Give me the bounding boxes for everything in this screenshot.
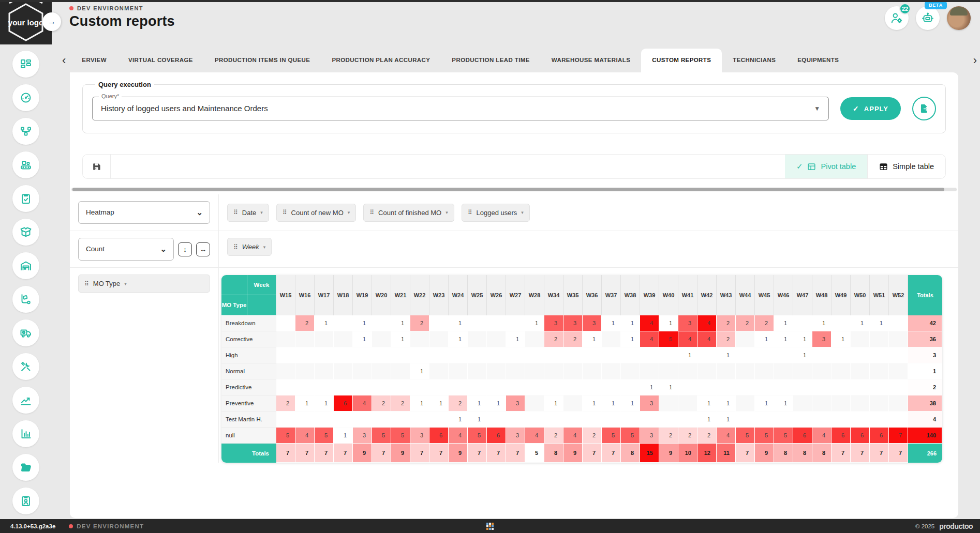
- header: your logo → DEV ENVIRONMENT Custom repor…: [0, 2, 980, 43]
- sidebar-item-bar-chart[interactable]: [12, 420, 39, 447]
- apply-button[interactable]: ✓ APPLY: [840, 97, 901, 120]
- sidebar-item-package[interactable]: [12, 219, 39, 246]
- measure-chip-count-of-finished-mo[interactable]: ⠿Count of finished MO▾: [363, 204, 454, 222]
- sidebar-item-delivery-truck[interactable]: [12, 319, 39, 346]
- tabs-scroll-left-icon[interactable]: ‹: [62, 55, 71, 72]
- heatmap-cell: 1: [544, 395, 563, 412]
- sidebar-item-personnel[interactable]: [12, 488, 39, 514]
- tab-production-plan-accuracy[interactable]: PRODUCTION PLAN ACCURACY: [321, 49, 441, 72]
- heatmap-cell: [353, 379, 372, 395]
- heatmap-cell: 1: [621, 315, 640, 331]
- heatmap-cell: 4: [678, 331, 697, 347]
- sidebar-expand-button[interactable]: →: [42, 12, 61, 31]
- column-header-w27: W27: [506, 275, 525, 315]
- export-button[interactable]: [912, 97, 936, 120]
- row-dimension-chip[interactable]: ⠿ MO Type ▾: [78, 275, 210, 293]
- heatmap-cell: 1: [793, 347, 812, 363]
- scrollbar-thumb[interactable]: [72, 188, 944, 191]
- heatmap-cell: 4: [640, 315, 659, 331]
- column-header-w19: W19: [353, 275, 372, 315]
- col-dimension-label: Week: [247, 275, 276, 295]
- heatmap-cell: [755, 363, 774, 379]
- heatmap-cell: [659, 412, 678, 428]
- simple-table-toggle[interactable]: Simple table: [867, 155, 945, 178]
- heatmap-cell: 1: [697, 395, 717, 412]
- heatmap-cell: 1: [468, 412, 487, 428]
- heatmap-cell: 6: [851, 428, 870, 444]
- heatmap-cell: 1: [429, 395, 449, 412]
- heatmap-cell: [755, 379, 774, 395]
- heatmap-cell: [506, 315, 525, 331]
- heatmap-cell: [468, 331, 487, 347]
- sidebar-item-tools[interactable]: [12, 353, 39, 380]
- row-total: 3: [908, 347, 942, 363]
- heatmap-cell: 1: [774, 331, 793, 347]
- tab-virtual-coverage[interactable]: VIRTUAL COVERAGE: [117, 49, 204, 72]
- custom-reports-panel: Query execution Query* History of logged…: [70, 72, 958, 518]
- measure-chip-count-of-new-mo[interactable]: ⠿Count of new MO▾: [276, 204, 356, 222]
- heatmap-cell: [851, 347, 870, 363]
- chart-type-select[interactable]: Heatmap ⌄: [78, 201, 210, 224]
- heatmap-cell: 1: [410, 363, 429, 379]
- sidebar-item-folder[interactable]: [12, 454, 39, 481]
- save-button[interactable]: [83, 155, 111, 178]
- sidebar-item-clipboard-check[interactable]: [12, 185, 39, 212]
- sidebar-item-dashboard[interactable]: [12, 51, 39, 78]
- sidebar-item-production-line[interactable]: [12, 151, 39, 178]
- tab-production-lead-time[interactable]: PRODUCTION LEAD TIME: [441, 49, 540, 72]
- heatmap-cell: 2: [678, 428, 697, 444]
- user-settings-button[interactable]: 22: [885, 6, 909, 30]
- tab-technicians[interactable]: TECHNICIANS: [722, 49, 786, 72]
- chevron-down-icon: ▾: [521, 210, 524, 215]
- pivot-table-toggle[interactable]: ✓ Pivot table: [785, 155, 867, 178]
- heatmap-cell: 2: [276, 395, 295, 412]
- tab-equipments[interactable]: EQUIPMENTS: [786, 49, 850, 72]
- apps-grid-icon[interactable]: [486, 523, 494, 530]
- column-header-w45: W45: [755, 275, 774, 315]
- sidebar-item-warehouse[interactable]: [12, 252, 39, 279]
- measure-chip-logged-users[interactable]: ⠿Logged users▾: [462, 204, 530, 222]
- logo[interactable]: your logo →: [0, 0, 52, 44]
- heatmap-cell: 1: [774, 315, 793, 331]
- status-bar: 4.13.0+53.g2a3e DEV ENVIRONMENT © 2025 p…: [0, 519, 980, 533]
- column-dimension-chip[interactable]: ⠿ Week ▾: [227, 238, 272, 256]
- column-total: 7: [831, 444, 851, 463]
- heatmap-cell: 5: [736, 428, 755, 444]
- tab-production-items-in-queue[interactable]: PRODUCTION ITEMS IN QUEUE: [204, 49, 321, 72]
- tab-custom-reports[interactable]: CUSTOM REPORTS: [641, 49, 722, 72]
- heatmap-cell: [315, 379, 334, 395]
- sidebar-item-workflow[interactable]: [12, 118, 39, 145]
- swap-horizontal-button[interactable]: ↔: [196, 242, 210, 256]
- heatmap-cell: 1: [391, 315, 410, 331]
- chevron-down-icon: ⌄: [196, 202, 203, 223]
- measure-chip-date[interactable]: ⠿Date▾: [227, 204, 269, 222]
- heatmap-cell: 5: [602, 428, 621, 444]
- heatmap-cell: [889, 379, 908, 395]
- heatmap-cell: 2: [736, 315, 755, 331]
- heatmap-cell: [544, 379, 563, 395]
- swap-vertical-button[interactable]: ↕: [178, 242, 192, 256]
- query-select[interactable]: Query* History of logged users and Maint…: [92, 97, 829, 120]
- tab-erview[interactable]: ERVIEW: [71, 49, 117, 72]
- sidebar-item-hand-truck[interactable]: [12, 286, 39, 313]
- aggregation-select[interactable]: Count ⌄: [78, 238, 174, 261]
- row-label-normal: Normal: [221, 363, 276, 379]
- heatmap-cell: [774, 347, 793, 363]
- heatmap-cell: [295, 379, 315, 395]
- avatar[interactable]: [947, 6, 971, 30]
- sidebar: [0, 44, 52, 519]
- assistant-button[interactable]: BETA: [916, 6, 940, 30]
- toolbar-spacer: [111, 155, 785, 178]
- chevron-down-icon: ▼: [814, 97, 820, 120]
- heatmap-cell: 5: [755, 428, 774, 444]
- top-strip: [0, 0, 980, 2]
- tabs-scroll-right-icon[interactable]: ›: [968, 55, 980, 72]
- heatmap-cell: 2: [697, 428, 717, 444]
- sidebar-item-gauge[interactable]: [12, 84, 39, 111]
- tab-warehouse-materials[interactable]: WAREHOUSE MATERIALS: [541, 49, 641, 72]
- heatmap-cell: [659, 395, 678, 412]
- sidebar-item-line-chart[interactable]: [12, 387, 39, 414]
- heatmap-cell: [295, 331, 315, 347]
- heatmap-cell: 4: [353, 395, 372, 412]
- column-header-w24: W24: [449, 275, 468, 315]
